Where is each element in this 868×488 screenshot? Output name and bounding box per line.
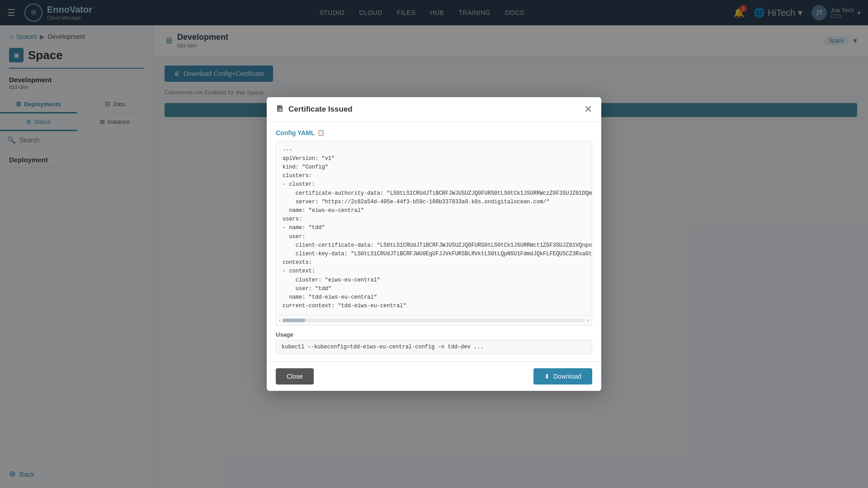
download-icon: ⬇ (544, 373, 550, 380)
download-button[interactable]: ⬇ Download (533, 368, 592, 385)
yaml-content-wrapper: --- apiVersion: "v1" kind: "Config" clus… (276, 141, 592, 326)
certificate-icon: 🖹 (276, 104, 284, 114)
config-yaml-text: Config YAML (276, 129, 315, 136)
config-yaml-label[interactable]: Config YAML 📋 (276, 129, 592, 136)
modal: 🖹 Certificate Issued ✕ Config YAML 📋 ---… (267, 97, 601, 391)
modal-overlay: 🖹 Certificate Issued ✕ Config YAML 📋 ---… (0, 0, 868, 488)
download-label: Download (553, 373, 581, 380)
close-button[interactable]: Close (276, 368, 314, 385)
modal-title: 🖹 Certificate Issued (276, 104, 353, 114)
yaml-content[interactable]: --- apiVersion: "v1" kind: "Config" clus… (276, 141, 592, 315)
modal-title-text: Certificate Issued (288, 105, 353, 114)
scroll-right-button[interactable]: › (587, 317, 589, 324)
scroll-left-button[interactable]: ‹ (279, 317, 281, 324)
modal-close-button[interactable]: ✕ (584, 104, 592, 114)
copy-icon: 📋 (317, 129, 325, 136)
usage-label: Usage (276, 331, 592, 338)
scroll-track[interactable] (283, 319, 585, 322)
scroll-thumb (283, 319, 305, 322)
usage-section: Usage kubectl --kubeconfig=tdd-eiws-eu-c… (276, 331, 592, 354)
usage-code: kubectl --kubeconfig=tdd-eiws-eu-central… (276, 340, 592, 354)
horizontal-scroll: ‹ › (276, 315, 592, 325)
modal-footer: Close ⬇ Download (267, 361, 601, 391)
modal-body: Config YAML 📋 --- apiVersion: "v1" kind:… (267, 122, 601, 362)
modal-header: 🖹 Certificate Issued ✕ (267, 97, 601, 122)
yaml-pre: --- apiVersion: "v1" kind: "Config" clus… (283, 146, 585, 311)
